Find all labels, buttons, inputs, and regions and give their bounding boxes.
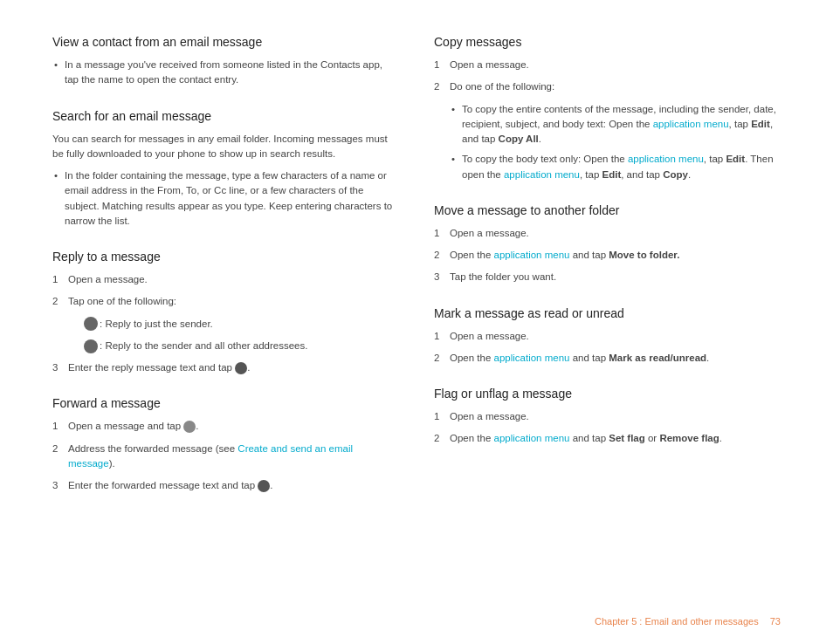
step-num: 1 [434,409,450,424]
step-content: Open a message. [68,272,399,287]
list-item: 3 Tap the folder you want. [434,270,781,284]
step-content: Tap one of the following: [68,294,399,309]
reply-icon [84,317,98,331]
copy-title: Copy messages [434,35,781,49]
step-num [68,339,84,353]
view-contact-title: View a contact from an email message [52,35,399,49]
section-mark: Mark a message as read or unread 1 Open … [434,306,781,367]
app-menu-link-5[interactable]: application menu [494,353,570,363]
forward-title: Forward a message [52,396,399,410]
step-num: 2 [434,79,450,94]
app-menu-link-6[interactable]: application menu [494,433,570,443]
step-num: 3 [434,270,450,284]
content-columns: View a contact from an email message In … [52,35,781,514]
step-content: : Reply to just the sender. [84,317,399,332]
mark-steps: 1 Open a message. 2 Open the application… [434,329,781,367]
move-title: Move a message to another folder [434,203,781,217]
step-num: 1 [434,58,450,72]
list-item: 3 Enter the reply message text and tap . [52,360,399,375]
flag-steps: 1 Open a message. 2 Open the application… [434,409,781,447]
flag-body: 1 Open a message. 2 Open the application… [434,409,781,447]
list-item: 1 Open a message and tap . [52,419,399,434]
list-item: 1 Open a message. [434,409,781,424]
step-content: Open a message and tap . [68,419,399,434]
section-reply: Reply to a message 1 Open a message. 2 T… [52,250,399,375]
step-content: : Reply to the sender and all other addr… [84,339,399,353]
step-num: 3 [52,360,68,375]
list-item: In a message you've received from someon… [52,58,399,88]
step-content: Address the forwarded message (see Creat… [68,442,399,472]
forward-steps: 1 Open a message and tap . 2 Address the… [52,419,399,493]
section-flag: Flag or unflag a message 1 Open a messag… [434,387,781,447]
list-item: In the folder containing the message, ty… [52,168,399,229]
reply-title: Reply to a message [52,250,399,264]
section-view-contact: View a contact from an email message In … [52,35,399,88]
reply-body: 1 Open a message. 2 Tap one of the follo… [52,272,399,375]
step-content: Open a message. [450,409,781,424]
page: View a contact from an email message In … [0,0,833,644]
view-contact-bullets: In a message you've received from someon… [52,58,399,88]
right-column: Copy messages 1 Open a message. 2 Do one… [434,35,781,514]
list-item: 1 Open a message. [434,58,781,72]
copy-sub-bullets: To copy the entire contents of the messa… [450,102,781,182]
section-search-email: Search for an email message You can sear… [52,109,399,230]
forward-icon [183,421,196,433]
list-item: 1 Open a message. [434,226,781,241]
forward-body: 1 Open a message and tap . 2 Address the… [52,419,399,493]
step-content: Enter the reply message text and tap . [68,360,399,375]
footer: Chapter 5 : Email and other messages 73 [595,616,781,627]
app-menu-link-2[interactable]: application menu [628,154,704,164]
list-item: To copy the entire contents of the messa… [450,102,781,147]
step-content: Do one of the following: [450,79,781,94]
mark-title: Mark a message as read or unread [434,306,781,320]
app-menu-link-4[interactable]: application menu [494,250,570,260]
section-move: Move a message to another folder 1 Open … [434,203,781,285]
step-content: Open the application menu and tap Mark a… [450,351,781,366]
step-content: Open the application menu and tap Move t… [450,248,781,263]
list-item: 2 Do one of the following: [434,79,781,94]
step-num: 1 [52,419,68,434]
section-copy: Copy messages 1 Open a message. 2 Do one… [434,35,781,182]
search-email-body: You can search for messages in any email… [52,132,399,230]
send-icon [235,362,247,374]
mark-body: 1 Open a message. 2 Open the application… [434,329,781,367]
step-content: Enter the forwarded message text and tap… [68,478,399,493]
chapter-text: Chapter 5 : Email and other messages [595,616,759,627]
step-num: 2 [434,248,450,263]
list-item: 2 Address the forwarded message (see Cre… [52,442,399,472]
search-email-bullets: In the folder containing the message, ty… [52,168,399,229]
step-num: 2 [434,431,450,446]
app-menu-link-3[interactable]: application menu [504,169,580,180]
step-num: 1 [434,329,450,344]
step-content: Open the application menu and tap Set fl… [450,431,781,446]
step-content: Open a message. [450,58,781,72]
copy-body: 1 Open a message. 2 Do one of the follow… [434,58,781,182]
list-item: To copy the body text only: Open the app… [450,152,781,182]
app-menu-link-1[interactable]: application menu [653,119,729,129]
flag-title: Flag or unflag a message [434,387,781,401]
step-num: 2 [434,351,450,366]
step-num: 1 [434,226,450,241]
list-item: 3 Enter the forwarded message text and t… [52,478,399,493]
step-content: Open a message. [450,329,781,344]
list-item: 2 Open the application menu and tap Set … [434,431,781,446]
left-column: View a contact from an email message In … [52,35,399,514]
search-email-title: Search for an email message [52,109,399,123]
step-num: 2 [52,294,68,309]
move-steps: 1 Open a message. 2 Open the application… [434,226,781,285]
create-send-link[interactable]: Create and send an email message [68,443,353,469]
list-item: 1 Open a message. [52,272,399,287]
list-item: : Reply to just the sender. [68,317,399,332]
list-item: 2 Open the application menu and tap Move… [434,248,781,263]
step-num: 3 [52,478,68,493]
step-content: Open a message. [450,226,781,241]
list-item: 2 Tap one of the following: [52,294,399,309]
section-forward: Forward a message 1 Open a message and t… [52,396,399,493]
copy-steps: 1 Open a message. 2 Do one of the follow… [434,58,781,95]
list-item: : Reply to the sender and all other addr… [68,339,399,353]
page-number: 73 [770,616,781,627]
send-icon-2 [258,480,270,492]
list-item: 2 Open the application menu and tap Mark… [434,351,781,366]
reply-all-icon [84,339,98,353]
step-num: 2 [52,442,68,472]
